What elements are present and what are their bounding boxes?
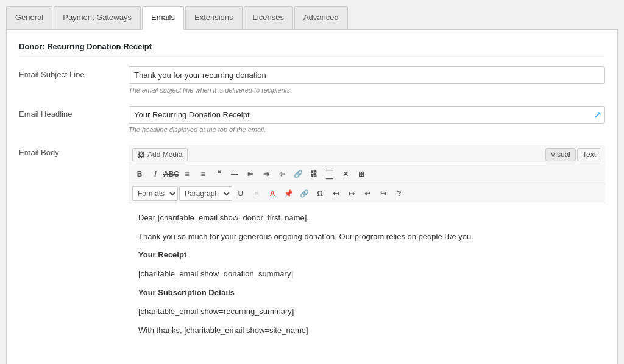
- outdent-button[interactable]: ↤: [328, 186, 343, 201]
- email-subject-hint: The email subject line when it is delive…: [129, 86, 605, 94]
- main-panel: Donor: Recurring Donation Receipt Email …: [6, 30, 618, 364]
- email-subject-field: The email subject line when it is delive…: [129, 66, 605, 94]
- insert-more-button[interactable]: — —: [322, 167, 337, 181]
- blockquote-button[interactable]: ❝: [211, 167, 226, 181]
- show-kitchen-sink-button[interactable]: ⊞: [354, 167, 369, 181]
- editor-subscription-shortcode: [charitable_email show=recurring_summary…: [138, 306, 595, 318]
- bold-button[interactable]: B: [132, 167, 147, 181]
- editor-closing-line: With thanks, [charitable_email show=site…: [138, 324, 595, 337]
- special-char-button[interactable]: Ω: [313, 186, 327, 201]
- editor-toolbar-row2: Formats Paragraph U ≡ A 📌 🔗 Ω ↤ ↦ ↩ ↪ ?: [129, 184, 605, 203]
- email-subject-label: Email Subject Line: [19, 66, 129, 79]
- font-color-button[interactable]: A: [265, 186, 280, 201]
- tab-advanced[interactable]: Advanced: [294, 6, 348, 29]
- editor-receipt-heading: Your Receipt: [138, 249, 595, 262]
- email-subject-row: Email Subject Line The email subject lin…: [19, 66, 605, 94]
- formats-select[interactable]: Formats: [132, 186, 178, 201]
- text-mode-button[interactable]: Text: [577, 148, 601, 161]
- editor-line-2: Thank you so much for your generous ongo…: [138, 231, 595, 243]
- email-headline-hint: The headline displayed at the top of the…: [129, 126, 605, 133]
- editor-topbar: 🖼 Add Media Visual Text: [129, 145, 605, 164]
- justify-button[interactable]: ≡: [249, 186, 264, 201]
- indent-button[interactable]: ↦: [344, 186, 359, 201]
- editor-toolbar-row1: B I ABC ≡ ≡ ❝ — ⇤ ⇥ ⇦ 🔗 ⛓ — — ✕ ⊞: [129, 164, 605, 184]
- email-headline-field: ↗ The headline displayed at the top of t…: [129, 106, 605, 133]
- email-headline-input[interactable]: [129, 106, 605, 124]
- email-body-label: Email Body: [19, 145, 129, 157]
- fullscreen-button[interactable]: ✕: [338, 167, 353, 181]
- add-media-button[interactable]: 🖼 Add Media: [132, 148, 188, 161]
- horizontal-rule-button[interactable]: —: [227, 167, 242, 181]
- strikethrough-button[interactable]: ABC: [164, 167, 179, 181]
- undo-button[interactable]: ↩: [360, 186, 375, 201]
- editor-receipt-shortcode: [charitable_email show=donation_summary]: [138, 268, 595, 281]
- email-headline-wrapper: ↗: [129, 106, 605, 124]
- help-button[interactable]: ?: [392, 186, 406, 201]
- tab-extensions[interactable]: Extensions: [185, 6, 243, 29]
- section-title: Donor: Recurring Donation Receipt: [19, 42, 605, 57]
- tab-licenses[interactable]: Licenses: [244, 6, 293, 29]
- tab-general[interactable]: General: [6, 6, 52, 29]
- editor-line-1: Dear [charitable_email show=donor_first_…: [138, 212, 595, 225]
- align-right-button[interactable]: ⇦: [275, 167, 289, 181]
- paste-from-word-button[interactable]: 📌: [281, 186, 296, 201]
- link-icon[interactable]: ↗: [594, 109, 601, 121]
- email-headline-label: Email Headline: [19, 106, 129, 119]
- italic-button[interactable]: I: [148, 167, 163, 181]
- paragraph-select[interactable]: Paragraph: [179, 186, 232, 201]
- editor-content-area[interactable]: Dear [charitable_email show=donor_first_…: [129, 203, 605, 352]
- clear-formatting-button[interactable]: 🔗: [297, 186, 311, 201]
- email-subject-input[interactable]: [129, 66, 605, 84]
- email-body-row: Email Body 🖼 Add Media Visual Text B: [19, 145, 605, 352]
- redo-button[interactable]: ↪: [376, 186, 391, 201]
- media-icon: 🖼: [138, 150, 145, 159]
- insert-link-button[interactable]: 🔗: [291, 167, 305, 181]
- tab-emails[interactable]: Emails: [142, 6, 184, 30]
- email-headline-row: Email Headline ↗ The headline displayed …: [19, 106, 605, 133]
- align-center-button[interactable]: ⇥: [259, 167, 274, 181]
- email-body-field: 🖼 Add Media Visual Text B I ABC ≡ ≡ ❝: [129, 145, 605, 352]
- tabs-bar: General Payment Gateways Emails Extensio…: [6, 6, 618, 30]
- underline-button[interactable]: U: [233, 186, 248, 201]
- unlink-button[interactable]: ⛓: [307, 167, 321, 181]
- editor-subscription-heading: Your Subscription Details: [138, 287, 595, 299]
- align-left-button[interactable]: ⇤: [243, 167, 258, 181]
- visual-mode-button[interactable]: Visual: [545, 148, 576, 161]
- editor-mode-buttons: Visual Text: [545, 148, 601, 161]
- ordered-list-button[interactable]: ≡: [196, 167, 210, 181]
- tab-payment-gateways[interactable]: Payment Gateways: [54, 6, 141, 29]
- add-media-label: Add Media: [147, 150, 182, 159]
- unordered-list-button[interactable]: ≡: [180, 167, 194, 181]
